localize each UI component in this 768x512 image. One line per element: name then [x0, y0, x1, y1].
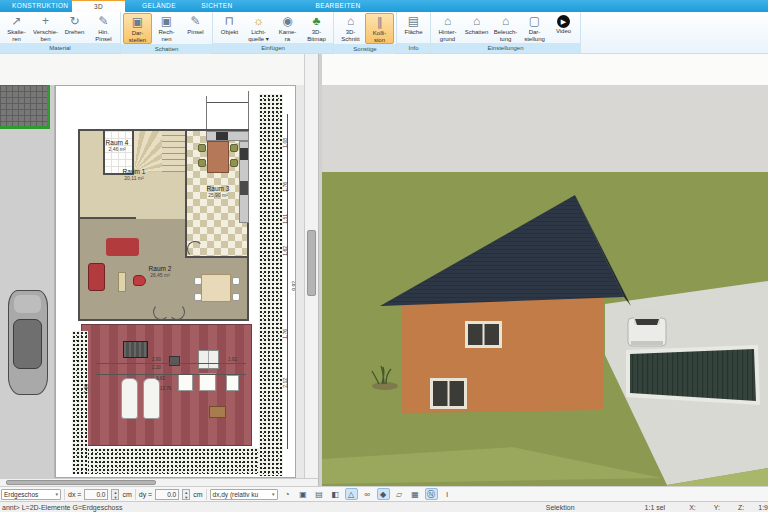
area-icon: ▤	[408, 14, 419, 29]
horizontal-scrollbar-thumb[interactable]	[6, 480, 156, 485]
cabinet-2d[interactable]	[118, 272, 126, 292]
dy-input[interactable]: 0.0	[155, 489, 179, 500]
bitmap-3d-button[interactable]: ♣3D-Bitmap	[302, 13, 331, 43]
glass-cabinet-2d[interactable]	[198, 350, 219, 369]
application-window: KONSTRUKTION 3D GELÄNDE SICHTEN BEARBEIT…	[0, 0, 768, 512]
tab-konstruktion[interactable]: KONSTRUKTION	[12, 0, 64, 12]
patio-table-2d[interactable]	[226, 375, 239, 391]
room-label: Raum 3	[198, 185, 238, 192]
section-3d-button[interactable]: ⌂3D-Schnitt	[336, 13, 365, 44]
garage-roof-3d	[630, 349, 756, 401]
object-button[interactable]: ⊓Objekt	[215, 13, 244, 43]
patio-table-2d[interactable]	[199, 373, 216, 391]
sofa-2d[interactable]	[106, 238, 139, 256]
dining-table-raum2[interactable]	[201, 274, 231, 302]
binoculars-icon[interactable]: ∞	[361, 488, 374, 500]
grid-icon[interactable]: ▦	[409, 488, 422, 500]
horizontal-scrollbar[interactable]	[0, 478, 318, 486]
chair[interactable]	[230, 159, 238, 167]
interior-wall	[185, 129, 187, 258]
vertical-scrollbar-thumb[interactable]	[307, 230, 316, 296]
time-icon[interactable]: ◔	[281, 488, 294, 500]
status-sel-scale: 1:1 sel	[645, 504, 666, 511]
chevron-down-icon: ▾	[55, 490, 58, 499]
lounger-2d[interactable]	[121, 378, 138, 419]
dy-stepper[interactable]: ▲▼	[182, 489, 190, 500]
chair[interactable]	[198, 159, 206, 167]
car-cabin	[13, 319, 42, 369]
display-settings-button[interactable]: ▢Dar-stellung	[520, 13, 549, 43]
printer-icon[interactable]: ▤	[313, 488, 326, 500]
calculate-button[interactable]: ▣Rech-nen	[152, 13, 181, 44]
bench-2d[interactable]	[209, 406, 226, 418]
tab-sichten[interactable]: SICHTEN	[197, 0, 237, 12]
hedge-right	[259, 94, 283, 476]
chair[interactable]	[194, 277, 202, 285]
ribbon-tab-bar: KONSTRUKTION 3D GELÄNDE SICHTEN BEARBEIT…	[0, 0, 768, 12]
video-icon: ▶	[557, 15, 570, 28]
collision-button[interactable]: ∥Kolli-sion	[365, 13, 394, 44]
scale-button[interactable]: ↗Skalie-ren	[2, 13, 31, 43]
tab-gelaende[interactable]: GELÄNDE	[138, 0, 180, 12]
coordinate-mode-select[interactable]: dx,dy (relativ ku▾	[210, 489, 278, 500]
view-3d-viewport[interactable]	[322, 54, 768, 486]
rotate-button[interactable]: ↻Drehen	[60, 13, 89, 43]
group-label-schatten: Schatten	[121, 44, 212, 54]
material-icon[interactable]: ◧	[329, 488, 342, 500]
status-x-label: X:	[689, 504, 696, 511]
shadow-settings-button[interactable]: ⌂Schatten	[462, 13, 491, 43]
grill-2d[interactable]	[123, 341, 148, 358]
dimension-text: 1,62	[283, 246, 288, 256]
area-button[interactable]: ▤Fläche	[399, 13, 428, 43]
patio-table-2d[interactable]	[178, 374, 193, 391]
surface-icon[interactable]: ◆	[377, 488, 390, 500]
video-button[interactable]: ▶Video	[549, 13, 578, 43]
light-source-button[interactable]: ☼Licht-quelle ▾	[244, 13, 273, 43]
cursor-icon[interactable]: I	[441, 488, 454, 500]
hedge-left	[72, 331, 88, 474]
chair[interactable]	[198, 144, 206, 152]
pinsel-button[interactable]: ✎Pinsel	[181, 13, 210, 44]
car-2d[interactable]	[8, 290, 48, 395]
dimension-text: 1,76	[283, 182, 288, 192]
dimension-text: 2,12	[283, 378, 288, 388]
chair[interactable]	[194, 293, 202, 301]
background-button[interactable]: ⌂Hinter-grund	[433, 13, 462, 43]
dx-stepper[interactable]: ▲▼	[111, 489, 119, 500]
ribbon-group-material: ↗Skalie-ren +Verschie-ben ↻Drehen ✎Hin.P…	[0, 12, 121, 53]
measure-icon[interactable]: △	[345, 488, 358, 500]
camera-button[interactable]: ◉Kame-ra	[273, 13, 302, 43]
dimension-line-terrace	[96, 363, 246, 364]
group-label-info: Info	[397, 43, 430, 53]
lounger-2d[interactable]	[143, 378, 160, 419]
garage-roof-2d[interactable]	[0, 85, 50, 129]
vertical-scrollbar[interactable]	[304, 54, 318, 478]
display-icon[interactable]: ▣	[297, 488, 310, 500]
section-icon: ⌂	[347, 14, 354, 29]
status-y-label: Y:	[714, 504, 720, 511]
armchair-2d[interactable]	[88, 263, 105, 291]
chair[interactable]	[230, 144, 238, 152]
chair[interactable]	[232, 293, 240, 301]
dining-table-raum3[interactable]	[207, 141, 229, 173]
tab-bearbeiten[interactable]: BEARBEITEN	[310, 0, 366, 12]
plan-2d-viewport[interactable]: Raum 4 2,46 m² Raum 1 20,11 m² Raum 3 25…	[0, 54, 318, 486]
floor-select[interactable]: Erdgeschos▾	[1, 489, 61, 500]
group-label-sonstige: Sonstige	[334, 44, 396, 54]
room-area: 26,45 m²	[140, 272, 180, 278]
north-icon[interactable]: Ⓝ	[425, 488, 438, 500]
dx-input[interactable]: 0.0	[84, 489, 108, 500]
door-arc	[187, 241, 203, 257]
plan-page[interactable]: Raum 4 2,46 m² Raum 1 20,11 m² Raum 3 25…	[55, 85, 296, 478]
house-roof-3d	[380, 195, 624, 306]
page-icon[interactable]: ▱	[393, 488, 406, 500]
render-button[interactable]: ▣Dar-stellen	[123, 13, 152, 44]
dx-unit: cm	[122, 491, 131, 498]
brush-button[interactable]: ✎Hin.Pinsel	[89, 13, 118, 43]
tab-3d[interactable]: 3D	[72, 0, 125, 12]
window-lower-3d	[430, 378, 467, 409]
side-table-2d[interactable]	[169, 356, 180, 366]
chair[interactable]	[232, 277, 240, 285]
lighting-button[interactable]: ⌂Beleuch-tung	[491, 13, 520, 43]
move-button[interactable]: +Verschie-ben	[31, 13, 60, 43]
